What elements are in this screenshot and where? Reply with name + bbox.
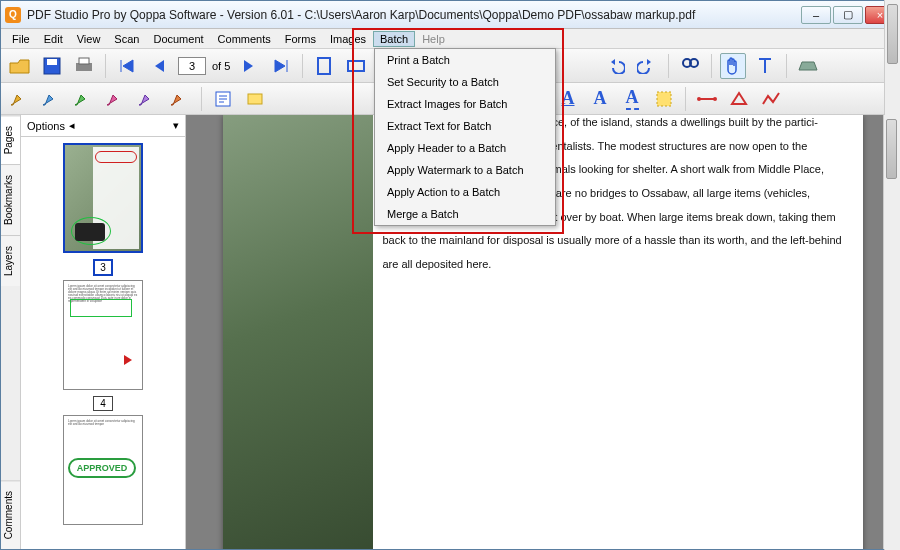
menu-images[interactable]: Images bbox=[323, 31, 373, 47]
thumbnail-panel: Options ◂ ▾ 3 Lorem ipsum d bbox=[21, 115, 186, 549]
menu-forms[interactable]: Forms bbox=[278, 31, 323, 47]
save-icon[interactable] bbox=[39, 53, 65, 79]
thumbnail-4-number: 4 bbox=[93, 396, 113, 411]
scan-icon[interactable] bbox=[795, 53, 821, 79]
chevron-left-icon[interactable]: ◂ bbox=[69, 119, 75, 132]
batch-menu-dropdown: Print a Batch Set Security to a Batch Ex… bbox=[374, 48, 556, 226]
side-tabs: Pages Bookmarks Layers Comments bbox=[1, 115, 21, 549]
find-icon[interactable] bbox=[677, 53, 703, 79]
tab-bookmarks[interactable]: Bookmarks bbox=[1, 164, 20, 235]
insert-text-icon[interactable] bbox=[135, 86, 161, 112]
highlight-icon[interactable] bbox=[7, 86, 33, 112]
batch-watermark[interactable]: Apply Watermark to a Batch bbox=[375, 159, 555, 181]
menubar: File Edit View Scan Document Comments Fo… bbox=[1, 29, 899, 49]
menu-edit[interactable]: Edit bbox=[37, 31, 70, 47]
fit-width-icon[interactable] bbox=[343, 53, 369, 79]
menu-comments[interactable]: Comments bbox=[211, 31, 278, 47]
strikeout-icon[interactable] bbox=[71, 86, 97, 112]
menu-scan[interactable]: Scan bbox=[107, 31, 146, 47]
chevron-down-icon[interactable]: ▾ bbox=[173, 119, 179, 132]
next-page-icon[interactable] bbox=[236, 53, 262, 79]
titlebar: Q PDF Studio Pro by Qoppa Software - Ver… bbox=[1, 1, 899, 29]
replace-text-icon[interactable] bbox=[167, 86, 193, 112]
first-page-icon[interactable] bbox=[114, 53, 140, 79]
text-box-icon[interactable] bbox=[242, 86, 268, 112]
open-icon[interactable] bbox=[7, 53, 33, 79]
app-icon: Q bbox=[5, 7, 21, 23]
sticky-note-icon[interactable] bbox=[210, 86, 236, 112]
approved-stamp: APPROVED bbox=[68, 458, 136, 478]
svg-point-13 bbox=[713, 97, 717, 101]
thumbnails: 3 Lorem ipsum dolor sit amet consectetur… bbox=[21, 137, 185, 549]
svg-rect-10 bbox=[657, 92, 671, 106]
thumbnail-5[interactable]: Lorem ipsum dolor sit amet consectetur a… bbox=[63, 415, 143, 525]
batch-merge[interactable]: Merge a Batch bbox=[375, 203, 555, 225]
thumbnail-4[interactable]: Lorem ipsum dolor sit amet consectetur a… bbox=[63, 280, 143, 390]
underline-icon[interactable] bbox=[39, 86, 65, 112]
batch-security[interactable]: Set Security to a Batch bbox=[375, 71, 555, 93]
thumbnail-3-number: 3 bbox=[93, 259, 113, 276]
svg-rect-3 bbox=[79, 58, 89, 64]
fit-page-icon[interactable] bbox=[311, 53, 337, 79]
minimize-button[interactable]: – bbox=[801, 6, 831, 24]
line-tool-icon[interactable] bbox=[694, 86, 720, 112]
menu-view[interactable]: View bbox=[70, 31, 108, 47]
menu-help[interactable]: Help bbox=[415, 31, 452, 47]
redo-icon[interactable] bbox=[634, 53, 660, 79]
tab-layers[interactable]: Layers bbox=[1, 235, 20, 286]
svg-rect-5 bbox=[348, 61, 364, 71]
maximize-button[interactable]: ▢ bbox=[833, 6, 863, 24]
tab-comments[interactable]: Comments bbox=[1, 480, 20, 549]
area-icon[interactable] bbox=[651, 86, 677, 112]
text-annot-b-icon[interactable]: A bbox=[555, 86, 581, 112]
text-annot-c-icon[interactable]: A bbox=[587, 86, 613, 112]
menu-file[interactable]: File bbox=[5, 31, 37, 47]
batch-extract-text[interactable]: Extract Text for Batch bbox=[375, 115, 555, 137]
print-icon[interactable] bbox=[71, 53, 97, 79]
window-title: PDF Studio Pro by Qoppa Software - Versi… bbox=[27, 8, 801, 22]
batch-header[interactable]: Apply Header to a Batch bbox=[375, 137, 555, 159]
svg-point-12 bbox=[697, 97, 701, 101]
prev-page-icon[interactable] bbox=[146, 53, 172, 79]
app-window: Q PDF Studio Pro by Qoppa Software - Ver… bbox=[0, 0, 900, 550]
thumbnail-3[interactable] bbox=[63, 143, 143, 253]
hand-tool-icon[interactable] bbox=[720, 53, 746, 79]
page-input[interactable] bbox=[178, 57, 206, 75]
polygon-tool-icon[interactable] bbox=[726, 86, 752, 112]
batch-print[interactable]: Print a Batch bbox=[375, 49, 555, 71]
text-annot-d-icon[interactable]: A bbox=[619, 86, 645, 112]
squiggly-icon[interactable] bbox=[103, 86, 129, 112]
tab-pages[interactable]: Pages bbox=[1, 115, 20, 164]
text-select-icon[interactable] bbox=[752, 53, 778, 79]
undo-icon[interactable] bbox=[602, 53, 628, 79]
menu-document[interactable]: Document bbox=[146, 31, 210, 47]
page-side-image bbox=[223, 115, 373, 549]
batch-extract-images[interactable]: Extract Images for Batch bbox=[375, 93, 555, 115]
document-scrollbar[interactable] bbox=[883, 115, 899, 549]
last-page-icon[interactable] bbox=[268, 53, 294, 79]
svg-rect-9 bbox=[248, 94, 262, 104]
options-button[interactable]: Options bbox=[27, 120, 65, 132]
menu-batch[interactable]: Batch bbox=[373, 31, 415, 47]
polyline-tool-icon[interactable] bbox=[758, 86, 784, 112]
svg-rect-4 bbox=[318, 58, 330, 74]
page-total-label: of 5 bbox=[212, 60, 230, 72]
batch-action[interactable]: Apply Action to a Batch bbox=[375, 181, 555, 203]
svg-rect-1 bbox=[47, 59, 57, 65]
